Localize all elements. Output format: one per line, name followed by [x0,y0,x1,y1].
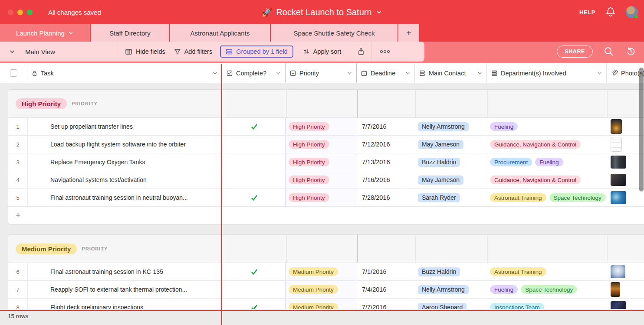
cockpit-photo[interactable] [611,174,626,186]
row-number[interactable]: 2 [8,136,28,153]
chevron-down-icon[interactable] [596,70,603,76]
contact-cell[interactable]: Nelly Armstrong [415,281,487,298]
task-cell[interactable]: Navigational systems test/activation [28,171,223,188]
task-cell[interactable]: Flight deck preliminary inspections [28,299,223,309]
contact-cell[interactable]: Buzz Haldrin [415,263,487,280]
apply-sort-button[interactable]: Apply sort [303,48,341,55]
column-header-priority[interactable]: Priority [286,63,357,83]
deadline-cell[interactable]: 7/4/2016 [357,281,415,298]
photo-cell[interactable] [607,263,644,280]
row-number[interactable]: 1 [8,118,28,135]
add-row[interactable]: + [8,207,644,224]
task-cell[interactable]: Replace Emergency Oxygen Tanks [28,153,223,171]
complete-cell[interactable] [223,136,286,153]
base-title[interactable]: 🚀 Rocket Launch to Saturn [261,7,382,17]
departments-cell[interactable]: FuelingSpace Technology [487,281,607,298]
column-header-complete[interactable]: Complete? [222,63,286,83]
add-table-tab-button[interactable]: + [398,24,419,42]
group-header-high-priority[interactable]: High PriorityPRIORITY [8,90,644,118]
task-cell[interactable]: Final astronaut training session in neut… [28,189,223,206]
notifications-bell-icon[interactable] [605,6,616,18]
complete-cell[interactable] [223,299,286,309]
contact-cell[interactable]: Sarah Ryder [415,189,487,206]
priority-cell[interactable]: Medium Priority [286,299,357,309]
select-all-checkbox[interactable] [10,69,17,77]
deadline-cell[interactable]: 7/16/2016 [357,171,415,188]
contact-cell[interactable]: Aaron Shepard [415,299,487,309]
departments-cell[interactable]: Astronaut Training [487,263,607,280]
photo-cell[interactable] [607,299,644,309]
deadline-cell[interactable]: 7/28/2016 [357,189,415,206]
deadline-cell[interactable]: 7/12/2016 [357,136,415,153]
task-cell[interactable]: Load backup flight system software into … [28,136,223,153]
flight-deck-photo[interactable] [611,301,626,309]
column-header-department-s-involved[interactable]: Department(s) Involved [487,63,607,83]
add-row-plus-icon[interactable]: + [8,211,28,220]
task-cell[interactable]: Set up propellant transfer lines [28,118,223,135]
row-number[interactable]: 3 [8,153,28,171]
priority-cell[interactable]: Medium Priority [286,263,357,280]
view-switcher[interactable]: Main View [0,48,116,55]
tab-launch-planning[interactable]: Launch Planning [0,24,90,42]
priority-cell[interactable]: High Priority [286,153,357,171]
close-window-button[interactable] [8,10,13,15]
complete-cell[interactable] [223,118,286,135]
priority-cell[interactable]: High Priority [286,118,357,135]
deadline-cell[interactable]: 7/1/2016 [357,263,415,280]
complete-cell[interactable] [223,263,286,280]
share-view-button[interactable] [357,47,365,56]
photo-cell[interactable] [607,136,644,153]
hide-fields-button[interactable]: Hide fields [125,48,165,55]
column-header-deadline[interactable]: 7Deadline [357,63,415,83]
group-header-medium-priority[interactable]: Medium PriorityPRIORITY [8,235,644,263]
complete-cell[interactable] [223,189,286,206]
tab-astronaut-applicants[interactable]: Astronaut Applicants [170,24,270,42]
deadline-cell[interactable]: 7/7/2016 [357,299,415,309]
contact-cell[interactable]: Nelly Armstrong [415,118,487,135]
departments-cell[interactable]: Astronaut TrainingSpace Technology [487,189,607,206]
contact-cell[interactable]: Buzz Haldrin [415,153,487,171]
kc135-training-photo[interactable] [611,265,625,278]
departments-cell[interactable]: Fueling [487,118,607,135]
help-link[interactable]: HELP [579,9,595,16]
external-tank-photo[interactable] [611,282,620,297]
engine-nozzle-photo[interactable] [611,119,622,134]
departments-cell[interactable]: Inspections Team [487,299,607,309]
priority-cell[interactable]: High Priority [286,136,357,153]
document-photo[interactable] [611,137,622,152]
add-filters-button[interactable]: Add filters [174,48,212,55]
grouped-by-button[interactable]: Grouped by 1 field [220,46,293,58]
tab-staff-directory[interactable]: Staff Directory [91,24,169,42]
search-icon[interactable] [603,46,614,57]
more-options-button[interactable] [379,49,391,54]
minimize-window-button[interactable] [17,10,23,15]
photo-cell[interactable] [607,118,644,135]
share-base-button[interactable]: SHARE [557,46,593,58]
column-header-photo-s[interactable]: Photo(s) [607,63,644,83]
departments-cell[interactable]: Guidance, Navigation & Control [487,136,607,153]
departments-cell[interactable]: ProcurementFueling [487,153,607,171]
priority-cell[interactable]: High Priority [286,189,357,206]
row-number[interactable]: 7 [8,281,28,298]
history-icon[interactable] [625,46,637,58]
contact-cell[interactable]: May Jameson [415,171,487,188]
complete-cell[interactable] [223,171,286,188]
photo-cell[interactable] [607,189,644,206]
row-number[interactable]: 6 [8,263,28,280]
vertical-scrollbar[interactable] [639,68,644,192]
row-number[interactable]: 5 [8,189,28,206]
photo-cell[interactable] [607,153,644,171]
chevron-down-icon[interactable] [275,70,282,76]
chevron-down-icon[interactable] [212,70,218,76]
chevron-down-icon[interactable] [404,70,411,76]
deadline-cell[interactable]: 7/13/2016 [357,153,415,171]
priority-cell[interactable]: High Priority [286,171,357,188]
avatar[interactable] [626,6,638,18]
priority-cell[interactable]: Medium Priority [286,281,357,298]
chevron-down-icon[interactable] [346,70,353,76]
complete-cell[interactable] [223,281,286,298]
underwater-training-photo[interactable] [611,191,626,204]
column-header-task[interactable]: Task [27,63,222,83]
chevron-down-icon[interactable] [476,70,483,76]
complete-cell[interactable] [223,153,286,171]
